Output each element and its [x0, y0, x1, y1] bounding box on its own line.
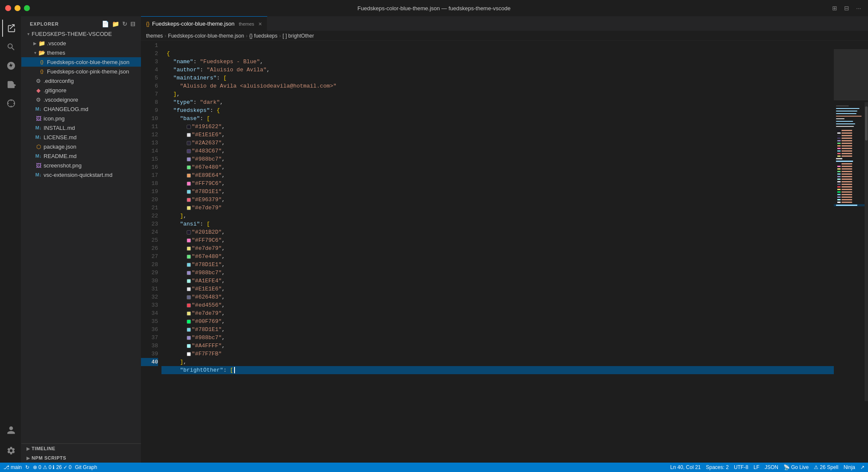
spell-text: 26 Spell: [820, 464, 838, 470]
breadcrumb-brightother[interactable]: [ ] brightOther: [283, 33, 314, 39]
json-icon: ⬡: [35, 143, 42, 150]
remote-button[interactable]: ↗: [860, 464, 865, 470]
svg-rect-14: [837, 135, 841, 136]
line-ending[interactable]: LF: [754, 464, 760, 470]
tab-close-button[interactable]: ×: [258, 21, 262, 27]
svg-rect-26: [837, 150, 841, 152]
git-graph-label: Git Graph: [75, 464, 97, 470]
svg-rect-57: [842, 191, 852, 193]
activity-git[interactable]: [2, 57, 19, 74]
tree-item-icon[interactable]: 🖼 icon.png: [21, 114, 141, 123]
item-label: .gitignore: [44, 87, 66, 94]
chevron-right-icon: ▶: [32, 40, 38, 47]
warning-icon: ⚠: [43, 464, 47, 470]
activity-account[interactable]: [2, 422, 19, 439]
item-label: themes: [47, 50, 65, 56]
svg-rect-21: [842, 143, 852, 144]
refresh-icon[interactable]: ↻: [122, 21, 128, 27]
indentation[interactable]: Spaces: 2: [706, 464, 729, 470]
tree-item-pink-theme[interactable]: {} Fuedskeps-color-pink-theme.json: [21, 67, 141, 76]
new-file-icon[interactable]: 📄: [102, 21, 109, 27]
tree-item-quickstart[interactable]: M↓ vsc-extension-quickstart.md: [21, 170, 141, 179]
spacer: [32, 96, 35, 103]
breadcrumb-file[interactable]: Fuedskeps-color-blue-theme.json: [168, 33, 244, 39]
close-button[interactable]: [5, 5, 11, 11]
tree-item-changelog[interactable]: M↓ CHANGELOG.md: [21, 104, 141, 114]
tab-file-icon: {}: [146, 21, 150, 27]
split-editor-icon[interactable]: ⊞: [830, 4, 839, 12]
tree-item-vscodeignore[interactable]: ⚙ .vscodeignore: [21, 95, 141, 104]
activity-extensions[interactable]: [2, 76, 19, 93]
svg-rect-7: [836, 121, 853, 122]
svg-rect-12: [837, 132, 841, 134]
svg-rect-41: [842, 171, 852, 172]
breadcrumb-themes[interactable]: themes: [146, 33, 163, 39]
svg-rect-25: [842, 148, 852, 149]
activity-search[interactable]: [2, 38, 19, 56]
svg-rect-36: [837, 166, 841, 167]
tree-item-blue-theme[interactable]: {} Fuedskeps-color-blue-theme.json: [21, 57, 141, 67]
errors-warnings[interactable]: ⊗ 0 ⚠ 0 ℹ 26 ✓ 0: [33, 464, 71, 470]
title-bar: Fuedskeps-color-blue-theme.json — fuedsk…: [0, 0, 868, 16]
language-mode[interactable]: JSON: [765, 464, 778, 470]
encoding-text: UTF-8: [734, 464, 748, 470]
svg-rect-53: [842, 186, 852, 188]
item-label: Fuedskeps-color-pink-theme.json: [47, 68, 129, 75]
tree-item-editorconfig[interactable]: ⚙ .editorconfig: [21, 76, 141, 85]
item-label: icon.png: [44, 115, 65, 122]
item-label: README.md: [44, 153, 76, 159]
npm-scripts-section[interactable]: ▶ NPM SCRIPTS: [21, 453, 141, 463]
tree-item-screenshot[interactable]: 🖼 screenshot.png: [21, 161, 141, 170]
tab-blue-theme[interactable]: {} Fuedskeps-color-blue-theme.json theme…: [141, 16, 267, 31]
ninja-extension[interactable]: Ninja: [844, 464, 855, 470]
svg-rect-31: [842, 155, 852, 157]
svg-rect-33: [836, 161, 853, 162]
new-folder-icon[interactable]: 📁: [112, 21, 120, 27]
activity-settings[interactable]: [2, 442, 19, 459]
line-ending-text: LF: [754, 464, 760, 470]
warning-count: 0: [49, 464, 52, 470]
svg-rect-3: [836, 111, 857, 111]
breadcrumb-sep-1: ›: [164, 33, 166, 39]
sidebar: EXPLORER 📄 📁 ↻ ⊟ ▾ FUEDSKEPS-THEME-VSCOD…: [21, 16, 141, 463]
tree-item-readme[interactable]: M↓ README.md: [21, 151, 141, 161]
go-live-button[interactable]: 📡 Go Live: [783, 464, 809, 470]
png-icon: 🖼: [35, 115, 42, 122]
activity-remote[interactable]: [2, 95, 19, 112]
md-icon: M↓: [35, 134, 42, 141]
svg-rect-1: [836, 106, 849, 106]
layout-icon[interactable]: ⊟: [842, 4, 851, 12]
git-branch[interactable]: ⎇ main: [3, 464, 22, 470]
info-count: 26: [56, 464, 62, 470]
tree-root[interactable]: ▾ FUEDSKEPS-THEME-VSCODE: [21, 29, 141, 38]
more-icon[interactable]: ···: [854, 4, 863, 12]
info-icon: ℹ: [53, 464, 55, 470]
status-bar: ⎇ main ↻ ⊗ 0 ⚠ 0 ℹ 26 ✓ 0 Git Graph Ln 4…: [0, 463, 868, 472]
svg-rect-18: [837, 140, 841, 141]
spacer: [32, 171, 35, 178]
collapse-icon[interactable]: ⊟: [130, 21, 136, 27]
breadcrumb-fuedskeps[interactable]: {} fuedskeps: [249, 33, 277, 39]
timeline-section[interactable]: ▶ TIMELINE: [21, 444, 141, 453]
chevron-right-icon: ▶: [25, 454, 32, 461]
tree-item-package[interactable]: ⬡ package.json: [21, 142, 141, 151]
svg-rect-19: [842, 140, 852, 141]
git-graph-button[interactable]: Git Graph: [75, 464, 97, 470]
cursor-position[interactable]: Ln 40, Col 21: [670, 464, 701, 470]
svg-rect-34: [837, 163, 841, 164]
tree-item-install[interactable]: M↓ INSTALL.md: [21, 123, 141, 132]
maximize-button[interactable]: [24, 5, 30, 11]
activity-explorer[interactable]: [2, 20, 19, 37]
spell-check[interactable]: ⚠ 26 Spell: [814, 464, 838, 470]
tree-item-gitignore[interactable]: ◆ .gitignore: [21, 85, 141, 95]
tree-item-vscode[interactable]: ▶ 📁 .vscode: [21, 38, 141, 48]
tree-item-themes[interactable]: ▾ 📂 themes: [21, 48, 141, 57]
code-editor[interactable]: { "name": "Fuedskeps - Blue", "author": …: [161, 41, 834, 463]
svg-rect-10: [837, 130, 841, 131]
svg-rect-11: [842, 130, 852, 131]
tree-item-license[interactable]: M↓ LICENSE.md: [21, 132, 141, 142]
encoding[interactable]: UTF-8: [734, 464, 748, 470]
language-text: JSON: [765, 464, 778, 470]
minimize-button[interactable]: [15, 5, 21, 11]
sync-button[interactable]: ↻: [25, 464, 29, 470]
